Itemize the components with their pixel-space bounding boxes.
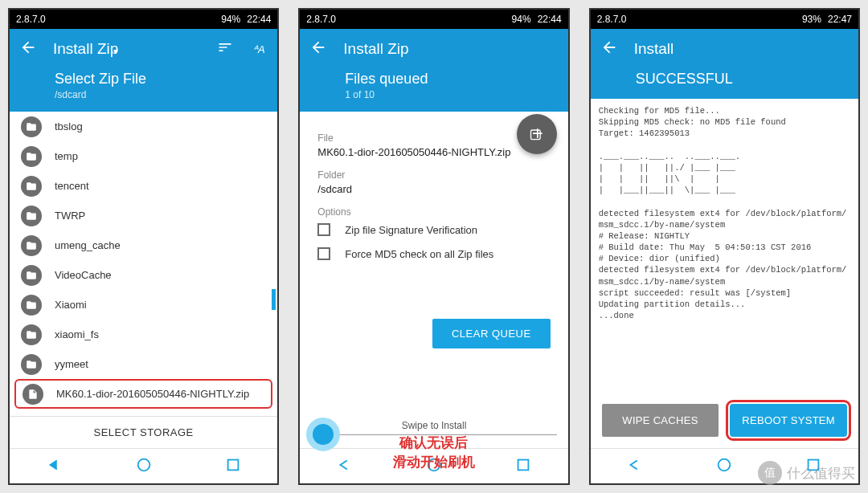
swipe-to-install[interactable]: Swipe to Install	[300, 420, 567, 435]
file-row[interactable]: VideoCache	[10, 260, 277, 290]
file-list[interactable]: tbslogtemptencentTWRPumeng_cacheVideoCac…	[10, 112, 277, 416]
file-name-label: Xiaomi	[55, 299, 87, 311]
file-name-label: tbslog	[55, 120, 83, 132]
file-value: MK60.1-dior-201605050446-NIGHTLY.zip	[317, 146, 550, 158]
folder-value: /sdcard	[317, 183, 550, 195]
clock-text: 22:47	[828, 14, 852, 25]
option-md5-check[interactable]: Force MD5 check on all Zip files	[317, 242, 550, 266]
queue-body: File MK60.1-dior-201605050446-NIGHTLY.zi…	[300, 112, 567, 448]
svg-point-0	[137, 458, 149, 471]
battery-text: 94%	[221, 14, 240, 25]
header-title: Install Zip	[343, 40, 558, 58]
folder-icon	[21, 146, 42, 167]
header-subtitle: Files queued	[345, 71, 558, 88]
file-row[interactable]: xiaomi_fs	[10, 320, 277, 349]
select-storage-button[interactable]: SELECT STORAGE	[10, 416, 277, 448]
header-title: Install	[634, 40, 849, 58]
back-arrow-icon[interactable]	[19, 39, 37, 59]
phone-screen-3: 2.8.7.0 93% 22:47 Install SUCCESSFUL Che…	[589, 8, 860, 485]
folder-icon	[21, 324, 42, 345]
folder-icon	[21, 295, 42, 316]
clock-text: 22:44	[538, 14, 562, 25]
checkbox-icon[interactable]	[317, 247, 330, 260]
folder-icon	[21, 206, 42, 226]
file-row[interactable]: umeng_cache	[10, 230, 277, 260]
header-title[interactable]: Install Zip ▾	[53, 40, 200, 58]
file-row[interactable]: TWRP	[10, 201, 277, 230]
header-path: /sdcard	[55, 89, 268, 100]
header-subtitle: Select Zip File	[55, 71, 268, 88]
watermark-text: 什么值得买	[787, 464, 855, 483]
status-bar: 2.8.7.0 93% 22:47	[591, 10, 858, 29]
file-row[interactable]: tencent	[10, 171, 277, 201]
app-header: Install Zip ▾ ᴬA Select Zip File /sdcard	[10, 29, 277, 112]
svg-rect-1	[227, 459, 238, 470]
file-name-label: TWRP	[55, 210, 85, 222]
options-label: Options	[317, 206, 550, 218]
file-row[interactable]: temp	[10, 141, 277, 171]
install-log: Checking for MD5 file... Skipping MD5 ch…	[591, 99, 858, 393]
file-row[interactable]: yymeet	[10, 349, 277, 379]
dropdown-arrow-icon: ▾	[113, 47, 117, 55]
swipe-label: Swipe to Install	[311, 420, 556, 431]
nav-home-icon[interactable]	[715, 456, 733, 477]
sort-icon[interactable]	[216, 39, 234, 59]
recovery-version: 2.8.7.0	[597, 14, 802, 25]
reboot-system-button[interactable]: REBOOT SYSTEM	[730, 404, 847, 437]
nav-back-icon[interactable]	[626, 456, 644, 477]
watermark-badge-icon: 值	[758, 461, 782, 485]
file-name-label: VideoCache	[55, 269, 112, 281]
file-row[interactable]: MK60.1-dior-201605050446-NIGHTLY.zip	[14, 379, 272, 409]
font-size-icon[interactable]: ᴬA	[250, 43, 268, 55]
phone-screen-1: 2.8.7.0 94% 22:44 Install Zip ▾ ᴬA Selec…	[8, 8, 279, 485]
watermark: 值 什么值得买	[758, 461, 855, 485]
nav-bar	[10, 448, 277, 483]
file-name-label: MK60.1-dior-201605050446-NIGHTLY.zip	[56, 388, 249, 400]
file-row[interactable]: tbslog	[10, 112, 277, 141]
option-sig-verify[interactable]: Zip file Signature Verification	[317, 218, 550, 242]
wipe-caches-button[interactable]: WIPE CACHES	[602, 404, 719, 437]
phone-screen-2: 2.8.7.0 94% 22:44 Install Zip Files queu…	[298, 8, 569, 485]
file-name-label: yymeet	[55, 358, 88, 370]
file-row[interactable]: Xiaomi	[10, 290, 277, 320]
file-label: File	[317, 132, 550, 144]
folder-icon	[21, 235, 42, 256]
battery-text: 93%	[802, 14, 821, 25]
annotation-text: 确认无误后滑动开始刷机	[300, 434, 567, 448]
back-arrow-icon[interactable]	[600, 39, 618, 59]
nav-recent-icon[interactable]	[224, 456, 242, 477]
svg-point-5	[719, 458, 731, 471]
nav-back-icon[interactable]	[46, 456, 63, 477]
nav-home-icon[interactable]	[135, 456, 153, 477]
status-bar: 2.8.7.0 94% 22:44	[300, 10, 567, 29]
recovery-version: 2.8.7.0	[306, 14, 511, 25]
header-subtitle: SUCCESSFUL	[636, 71, 849, 88]
status-bar: 2.8.7.0 94% 22:44	[10, 10, 277, 29]
folder-label: Folder	[317, 169, 550, 181]
folder-icon	[21, 265, 42, 286]
recovery-version: 2.8.7.0	[16, 14, 221, 25]
back-arrow-icon[interactable]	[309, 39, 327, 59]
file-name-label: xiaomi_fs	[55, 328, 99, 340]
app-header: Install SUCCESSFUL	[591, 29, 858, 99]
folder-icon	[21, 116, 42, 137]
file-name-label: tencent	[55, 180, 89, 192]
scroll-indicator[interactable]	[272, 289, 276, 310]
folder-icon	[21, 176, 42, 197]
file-icon	[23, 384, 43, 405]
file-name-label: temp	[55, 150, 78, 162]
queue-count: 1 of 10	[345, 89, 558, 100]
clear-queue-button[interactable]: CLEAR QUEUE	[432, 319, 551, 348]
folder-icon	[21, 354, 42, 375]
clock-text: 22:44	[247, 14, 271, 25]
file-name-label: umeng_cache	[55, 239, 121, 251]
battery-text: 94%	[512, 14, 531, 25]
app-header: Install Zip Files queued 1 of 10	[300, 29, 567, 112]
checkbox-icon[interactable]	[317, 223, 330, 236]
